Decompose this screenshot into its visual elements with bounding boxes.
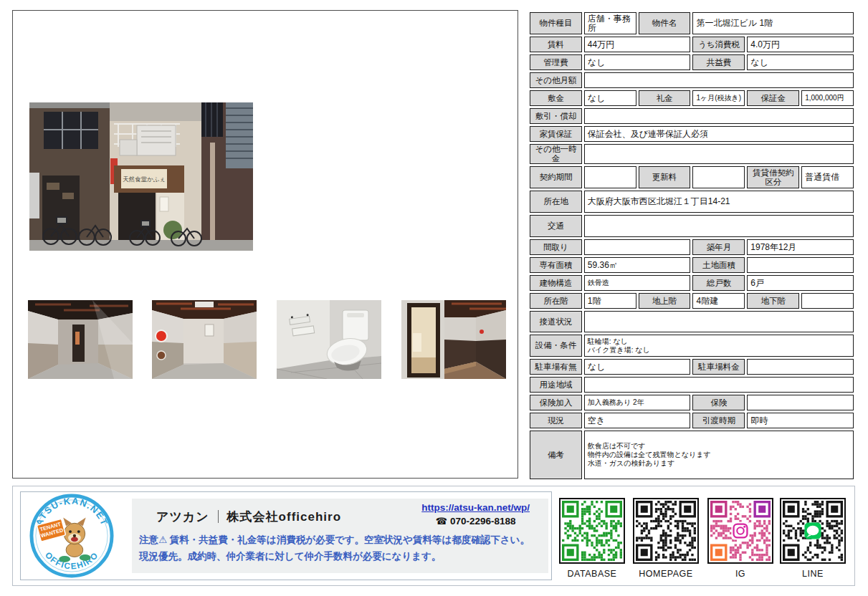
qr-label: LINE [780,569,846,579]
table-row: 用途地域 [530,377,854,393]
table-value-cell: 4.0万円 [747,37,854,52]
table-label-cell: 備考 [530,431,582,479]
table-label-cell: うち消費税 [692,37,745,52]
table-value-cell: 1978年12月 [747,239,854,255]
table-value-cell: 大阪府大阪市西区北堀江１丁目14-21 [584,191,854,213]
table-value-cell: なし [584,54,691,70]
qr-item-database: DATABASE [559,498,625,579]
table-row: 契約期間更新料賃貸借契約区分普通賃借 [530,166,854,188]
table-value-cell [584,72,854,88]
table-label-cell: 管理費 [530,54,582,70]
table-value-cell: 1,000,000円 [801,90,854,106]
phone-number: ☎070-2296-8188 [421,516,530,527]
notice-line-2: 現況優先。成約時、仲介業者に対して仲介手数料が必要になります。 [139,548,530,564]
photo-interior-hallway-2 [152,300,257,379]
table-value-cell [584,377,854,393]
table-row: その他月額 [530,72,854,88]
table-value-cell: なし [584,90,636,106]
table-value-cell: 普通賃借 [801,166,854,188]
table-value-cell [584,239,691,255]
table-label-cell: 家賃保証 [530,126,582,142]
table-value-cell: 4階建 [692,293,745,309]
footer: ATSU-KAN.NET OFFICEHIRO TENAN [12,486,855,586]
table-label-cell: 駐車場料金 [692,359,745,375]
table-row: 所在階1階地上階4階建地下階 [530,293,854,309]
table-label-cell: 間取り [530,239,582,255]
table-label-cell: 保険加入 [530,395,582,410]
table-row: 備考飲食店は不可です物件内の設備は全て残置物となります水道・ガスの検針あります [530,431,854,479]
website-link[interactable]: https://atsu-kan.net/wp/ [421,502,530,513]
company-info-panel: アツカン株式会社officehiro https://atsu-kan.net/… [132,499,548,573]
qr-item-instagram: IG [707,498,773,579]
table-label-cell: 地上階 [639,293,691,309]
table-label-cell: 交通 [530,215,582,237]
table-value-cell [747,395,854,410]
table-value-cell: 加入義務あり 2年 [584,395,691,410]
table-value-cell [747,257,854,273]
table-row: 交通 [530,215,854,237]
table-label-cell: 建物構造 [530,275,582,291]
table-label-cell: 用途地域 [530,377,582,393]
table-value-cell: なし [747,54,854,70]
table-value-cell: 店舗・事務所 [584,12,636,34]
table-value-cell: 即時 [747,413,854,428]
table-value-cell: なし [584,359,691,375]
table-value-cell [584,144,854,164]
qr-code-homepage [633,498,699,564]
photo-toilet [277,300,381,379]
table-row: 保険加入加入義務あり 2年保険 [530,395,854,410]
table-label-cell: 引渡時期 [692,413,745,428]
table-row: 駐車場有無なし駐車場料金 [530,359,854,375]
qr-code-instagram [707,498,773,564]
table-row: 敷金なし礼金1ヶ月(税抜き)保証金1,000,000円 [530,90,854,106]
table-label-cell: 駐車場有無 [530,359,582,375]
qr-item-homepage: HOMEPAGE [633,498,699,579]
photo-panel: 天然食堂かふぇ [12,10,518,479]
table-label-cell: 接道状況 [530,311,582,332]
table-label-cell: 共益費 [692,54,745,70]
company-name: アツカン株式会社officehiro [156,509,341,525]
table-row: 建物構造鉄骨造総戸数6戸 [530,275,854,291]
table-label-cell: 敷引・償却 [530,108,582,124]
table-label-cell: 設備・条件 [530,335,582,357]
table-label-cell: 保証金 [747,90,799,106]
table-label-cell: 築年月 [692,239,745,255]
table-value-cell: 第一北堀江ビル 1階 [692,12,854,34]
table-label-cell: 専有面積 [530,257,582,273]
table-value-cell [584,311,854,332]
table-value-cell: 鉄骨造 [584,275,691,291]
qr-label: IG [707,569,773,579]
qr-label: DATABASE [559,569,625,579]
footer-company-box: ATSU-KAN.NET OFFICEHIRO TENAN [20,491,552,580]
table-label-cell: その他一時金 [530,144,582,164]
phone-icon: ☎ [436,516,447,527]
table-value-cell: 44万円 [584,37,691,52]
table-label-cell: 保険 [692,395,745,410]
table-label-cell: その他月額 [530,72,582,88]
table-value-cell: 保証会社、及び連帯保証人必須 [584,126,854,142]
table-value-cell: 59.36㎡ [584,257,691,273]
table-label-cell: 物件名 [639,12,691,34]
table-row: 専有面積59.36㎡土地面積 [530,257,854,273]
table-value-cell [584,166,636,188]
table-label-cell: 総戸数 [692,275,745,291]
table-value-cell: 駐輪場: なしバイク置き場: なし [584,335,854,357]
property-table-body: 物件種目店舗・事務所物件名第一北堀江ビル 1階賃料44万円うち消費税4.0万円管… [530,12,854,479]
table-label-cell: 所在地 [530,191,582,213]
table-value-cell [747,359,854,375]
table-label-cell: 賃料 [530,37,582,52]
table-row: 家賃保証保証会社、及び連帯保証人必須 [530,126,854,142]
brand-name: アツカン [156,510,209,524]
table-value-cell: 空き [584,413,691,428]
photo-interior-hallway-1 [28,300,133,379]
table-value-cell: 6戸 [747,275,854,291]
table-value-cell [801,293,854,309]
table-label-cell: 契約期間 [530,166,582,188]
table-row: その他一時金 [530,144,854,164]
qr-code-database [559,498,625,564]
table-label-cell: 現況 [530,413,582,428]
notice-line-1: 注意⚠ 賃料・共益費・礼金等は消費税が必要です。空室状況や賃料等は都度確認下さい… [139,532,530,548]
table-row: 所在地大阪府大阪市西区北堀江１丁目14-21 [530,191,854,213]
company-logo: ATSU-KAN.NET OFFICEHIRO TENAN [29,494,114,578]
table-label-cell: 地下階 [747,293,799,309]
